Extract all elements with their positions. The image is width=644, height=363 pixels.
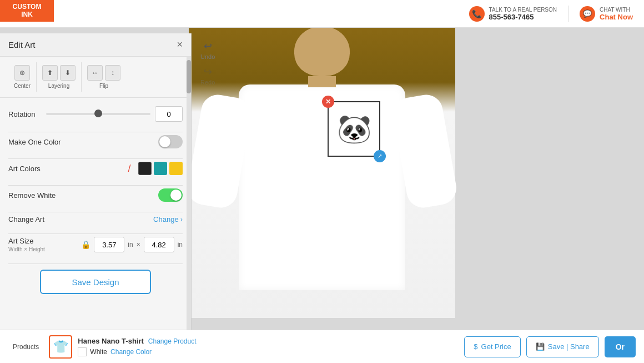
redo-button[interactable]: ↪ Redo [196,63,219,88]
art-size-label-wrapper: Art Size Width × Height [8,237,78,252]
person-neck [308,76,336,87]
layer-up-icon[interactable]: ⬆ [42,65,58,81]
save-share-label: Save | Share [548,342,590,351]
layering-group: ⬆ ⬇ Layering [37,62,82,92]
bottom-left: Products 👕 Hanes Nano T-shirt Change Pro… [8,335,197,359]
toggle-thumb [159,136,170,147]
contact-label: TALK TO A REAL PERSON [489,7,557,13]
width-unit: in [128,241,133,248]
art-colors-row: Art Colors / [8,162,183,175]
make-one-color-toggle[interactable] [158,135,183,148]
chat-icon: 💬 [580,6,595,22]
change-product-link[interactable]: Change Product [148,337,197,345]
size-times: × [137,241,140,248]
person-shirt: ✕ 🐼 ↗ [239,84,405,290]
remove-white-toggle[interactable] [158,188,183,202]
make-one-color-row: Make One Color [8,135,183,148]
divider-2 [8,158,183,159]
header: CUSTOMINK 📞 TALK TO A REAL PERSON 855-56… [0,0,644,28]
colors-row: / [120,162,183,175]
flip-h-icon[interactable]: ↔ [87,65,103,81]
change-art-label: Change Art [8,215,44,223]
save-icon: 💾 [536,342,545,351]
lock-icon[interactable]: 🔒 [81,240,90,249]
remove-white-label: Remove White [8,191,56,200]
shirt-name: Hanes Nano T-shirt [78,337,143,345]
shirt-name-row: Hanes Nano T-shirt Change Product [78,337,196,345]
panda-art[interactable]: ✕ 🐼 ↗ [328,101,380,157]
layering-label: Layering [48,83,69,89]
center-icons: ⊕ [14,65,30,81]
redo-label: Redo [200,79,215,86]
art-size-sub: Width × Height [8,246,78,252]
header-right: 📞 TALK TO A REAL PERSON 855-563-7465 💬 C… [458,6,644,22]
height-input[interactable] [144,237,174,252]
width-input[interactable] [94,237,124,252]
shirt-info: Hanes Nano T-shirt Change Product White … [78,337,196,356]
divider-3 [8,185,183,186]
scroll-thumb[interactable] [187,60,191,93]
edit-art-panel: Edit Art × ⊕ Center ⬆ ⬇ Layering ↔ ↕ Fli… [0,33,192,330]
teal-color-swatch[interactable] [154,162,167,175]
products-button[interactable]: Products [8,340,43,354]
panda-art-image: 🐼 [337,115,371,143]
rotation-input[interactable] [155,106,183,122]
undo-redo-panel: ↩ Undo ↪ Redo [192,33,224,92]
center-icon[interactable]: ⊕ [14,65,30,81]
yellow-color-swatch[interactable] [169,162,183,175]
chat-text: CHAT WITH Chat Now [600,7,633,21]
panel-close-button[interactable]: × [177,39,183,51]
save-design-button[interactable]: Save Design [40,270,151,294]
dollar-icon: $ [474,342,477,351]
chat-info: 💬 CHAT WITH Chat Now [568,6,644,22]
art-delete-button[interactable]: ✕ [322,96,334,108]
divider-6 [8,263,183,264]
panel-content: Rotation Make One Color Art Colors / [0,98,191,308]
undo-button[interactable]: ↩ Undo [196,38,219,62]
flip-icons: ↔ ↕ [87,65,120,81]
phone-icon: 📞 [469,6,485,22]
order-button[interactable]: Or [605,336,636,357]
get-price-button[interactable]: $ Get Price [464,336,520,357]
layering-icons: ⬆ ⬇ [42,65,76,81]
redo-icon: ↪ [204,66,212,78]
contact-text: TALK TO A REAL PERSON 855-563-7465 [489,7,557,21]
contact-info: 📞 TALK TO A REAL PERSON 855-563-7465 [458,6,568,22]
rotation-slider[interactable] [46,113,150,115]
color-info-row: White Change Color [78,347,196,356]
panel-title: Edit Art [8,40,35,49]
divider-1 [8,132,183,132]
undo-icon: ↩ [204,40,212,52]
toolbar-section: ⊕ Center ⬆ ⬇ Layering ↔ ↕ Flip [0,57,191,98]
center-group: ⊕ Center [8,62,37,92]
get-price-label: Get Price [481,342,511,351]
remove-white-toggle-thumb [170,190,182,201]
undo-label: Undo [200,53,215,60]
slash-color-swatch[interactable]: / [123,162,136,175]
art-colors-label: Art Colors [8,165,41,173]
flip-label: Flip [99,83,108,89]
bottom-right: $ Get Price 💾 Save | Share Or [464,336,636,357]
color-box [78,347,87,356]
art-resize-handle[interactable]: ↗ [374,150,386,162]
rotation-thumb[interactable] [94,110,102,117]
contact-number: 855-563-7465 [489,13,557,21]
divider-4 [8,212,183,212]
color-name: White [90,348,107,356]
change-color-link[interactable]: Change Color [110,348,152,356]
art-size-label: Art Size [8,237,78,245]
chat-action[interactable]: Chat Now [600,13,633,21]
change-art-chevron: › [180,215,183,223]
bottom-bar: Products 👕 Hanes Nano T-shirt Change Pro… [0,330,644,363]
logo[interactable]: CUSTOMINK [0,0,54,22]
flip-v-icon[interactable]: ↕ [105,65,120,81]
chat-label: CHAT WITH [600,7,633,13]
black-color-swatch[interactable] [138,162,152,175]
shirt-thumbnail[interactable]: 👕 [49,335,72,359]
art-size-row: Art Size Width × Height 🔒 in × in [8,237,183,252]
layer-down-icon[interactable]: ⬇ [60,65,76,81]
save-share-button[interactable]: 💾 Save | Share [526,336,599,357]
change-art-link[interactable]: Change › [153,215,183,223]
person-image: ✕ 🐼 ↗ [189,28,455,318]
rotation-label: Rotation [8,110,42,118]
